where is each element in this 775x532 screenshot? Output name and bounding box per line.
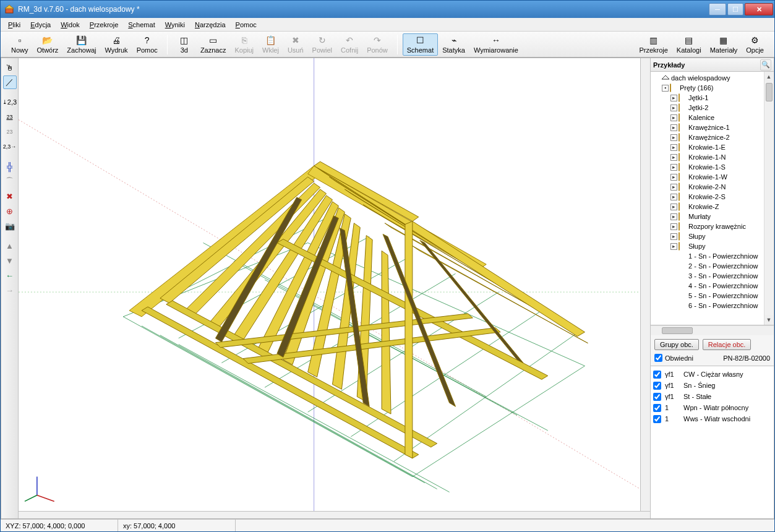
right-arrow-icon[interactable]: →: [3, 283, 17, 297]
tree-load-4[interactable]: 5 - Sn - Powierzchniow: [652, 291, 773, 301]
tree-folder-10[interactable]: ▸Krokwie-2-S: [652, 192, 773, 202]
3d-viewport[interactable]: [19, 58, 640, 511]
camera-icon[interactable]: 📷: [3, 219, 17, 233]
grid-icon[interactable]: ╬: [3, 160, 17, 173]
load-row-3[interactable]: 1Wpn - Wiatr północny: [653, 402, 771, 413]
expander-icon[interactable]: ▸: [670, 95, 677, 101]
tree-folder-6[interactable]: ▸Krokwie-1-N: [652, 152, 773, 162]
load-row-0[interactable]: γf1CW - Ciężar własny: [653, 369, 771, 380]
expander-icon[interactable]: ▸: [670, 134, 677, 141]
menu-schemat[interactable]: Schemat: [123, 20, 160, 30]
minimize-button[interactable]: ─: [709, 3, 726, 15]
viewport-scroll-vertical[interactable]: [640, 58, 650, 511]
tree-folder-9[interactable]: ▸Krokwie-2-N: [652, 182, 773, 192]
tree-folder-8[interactable]: ▸Krokwie-1-W: [652, 172, 773, 182]
tree-folder-14[interactable]: ▸Słupy: [652, 231, 773, 241]
opcje-button[interactable]: ⚙Opcje: [742, 33, 768, 56]
load-row-4[interactable]: 1Wws - Wiatr wschodni: [653, 413, 771, 424]
nowy-button[interactable]: ▫Nowy: [7, 33, 33, 56]
search-icon[interactable]: 🔍: [760, 59, 771, 71]
menu-pomoc[interactable]: Pomoc: [231, 20, 262, 30]
tree-group-prety[interactable]: ▪Pręty (166): [652, 83, 773, 93]
model-tree[interactable]: ▲ ▼ dach wielospadowy▪Pręty (166)▸Jętki-…: [651, 72, 774, 325]
tree-folder-13[interactable]: ▸Rozpory krawężnic: [652, 221, 773, 231]
tree-folder-4[interactable]: ▸Krawężnice-2: [652, 132, 773, 142]
viewport-scroll-horizontal[interactable]: [19, 511, 650, 518]
load-checkbox[interactable]: [653, 382, 661, 390]
tree-folder-1[interactable]: ▸Jętki-2: [652, 103, 773, 113]
materialy-button[interactable]: ▦Materiały: [706, 33, 742, 56]
menu-przekroje[interactable]: Przekroje: [85, 20, 123, 30]
expander-icon[interactable]: ▸: [670, 174, 677, 181]
menu-pliki[interactable]: Pliki: [3, 20, 25, 30]
tree-scroll-horizontal[interactable]: [651, 325, 774, 335]
tree-load-3[interactable]: 4 - Sn - Powierzchniow: [652, 281, 773, 291]
tree-folder-11[interactable]: ▸Krokwie-Z: [652, 202, 773, 212]
tree-load-0[interactable]: 1 - Sn - Powierzchniow: [652, 251, 773, 261]
load-row-2[interactable]: γf1St - Stałe: [653, 391, 771, 402]
groups-button[interactable]: Grupy obc.: [654, 339, 699, 350]
expander-icon[interactable]: ▸: [670, 213, 677, 220]
expander-icon[interactable]: ▸: [670, 243, 677, 250]
ponow-button[interactable]: ↷Ponów: [362, 33, 392, 56]
load-checkbox[interactable]: [653, 371, 661, 379]
expander-icon[interactable]: ▸: [670, 124, 677, 131]
expander-icon[interactable]: ▸: [670, 154, 677, 161]
tree-folder-12[interactable]: ▸Murłaty: [652, 212, 773, 221]
expander-icon[interactable]: ▸: [670, 233, 677, 240]
dim-arrow-icon[interactable]: 2,3→: [3, 140, 17, 153]
load-checkbox[interactable]: [653, 415, 661, 423]
tree-load-2[interactable]: 3 - Sn - Powierzchniow: [652, 271, 773, 281]
close-button[interactable]: ✕: [745, 3, 773, 15]
expander-icon[interactable]: ▪: [662, 85, 669, 92]
tree-folder-2[interactable]: ▸Kalenice: [652, 113, 773, 122]
3d-button[interactable]: ◫3d: [173, 33, 196, 56]
przekroje-button[interactable]: ▥Przekroje: [635, 33, 672, 56]
schemat-button[interactable]: ☐Schemat: [403, 33, 438, 56]
target-icon[interactable]: ⊕: [3, 204, 17, 218]
expander-icon[interactable]: ▸: [670, 184, 677, 191]
maximize-button[interactable]: ☐: [727, 3, 743, 15]
line-tool-icon[interactable]: ／: [3, 75, 17, 89]
tree-folder-7[interactable]: ▸Krokwie-1-S: [652, 162, 773, 172]
tree-folder-0[interactable]: ▸Jętki-1: [652, 93, 773, 103]
relations-button[interactable]: Relacje obc.: [703, 339, 751, 350]
menu-wyniki[interactable]: Wyniki: [160, 20, 190, 30]
load-checkbox[interactable]: [653, 404, 661, 412]
expander-icon[interactable]: ▸: [670, 114, 677, 121]
dim-dot-icon[interactable]: 23: [3, 125, 17, 139]
expander-icon[interactable]: ▸: [670, 164, 677, 171]
tree-folder-3[interactable]: ▸Krawężnice-1: [652, 122, 773, 132]
wymiarowanie-button[interactable]: ↔Wymiarowanie: [469, 33, 523, 56]
up-arrow-icon[interactable]: ▲: [3, 239, 17, 252]
tree-load-5[interactable]: 6 - Sn - Powierzchniow: [652, 301, 773, 311]
pomoc-button[interactable]: ?Pomoc: [132, 33, 162, 56]
menu-narzędzia[interactable]: Narzędzia: [190, 20, 231, 30]
arc-icon[interactable]: ⌒: [3, 174, 17, 188]
expander-icon[interactable]: ▸: [670, 223, 677, 230]
load-checkbox[interactable]: [653, 393, 661, 401]
zachowaj-button[interactable]: 💾Zachowaj: [62, 33, 100, 56]
expander-icon[interactable]: ▸: [670, 105, 677, 111]
statyka-button[interactable]: ⌁Statyka: [438, 33, 469, 56]
kopiuj-button[interactable]: ⎘Kopiuj: [230, 33, 258, 56]
menu-widok[interactable]: Widok: [56, 20, 85, 30]
envelope-checkbox[interactable]: [654, 354, 662, 362]
otworz-button[interactable]: 📂Otwórz: [33, 33, 63, 56]
tree-load-1[interactable]: 2 - Sn - Powierzchniow: [652, 261, 773, 271]
left-arrow-icon[interactable]: ←: [3, 268, 17, 282]
wklej-button[interactable]: 📋Wklej: [258, 33, 283, 56]
down-arrow-icon[interactable]: ▼: [3, 254, 17, 267]
expander-icon[interactable]: ▸: [670, 204, 677, 210]
expander-icon[interactable]: ▸: [670, 144, 677, 151]
dim-down-icon[interactable]: ⤓2,3: [3, 95, 17, 109]
load-row-1[interactable]: γf1Sn - Śnieg: [653, 380, 771, 391]
menu-edycja[interactable]: Edycja: [25, 20, 56, 30]
expander-icon[interactable]: ▸: [670, 194, 677, 200]
dim-23-icon[interactable]: 23: [3, 110, 17, 124]
hand-tool-icon[interactable]: 🖱: [3, 61, 17, 74]
powiel-button[interactable]: ↻Powiel: [308, 33, 336, 56]
tree-folder-15[interactable]: ▸Słupy: [652, 241, 773, 251]
delete-grid-icon[interactable]: ✖: [3, 189, 17, 203]
tree-folder-5[interactable]: ▸Krokwie-1-E: [652, 142, 773, 152]
